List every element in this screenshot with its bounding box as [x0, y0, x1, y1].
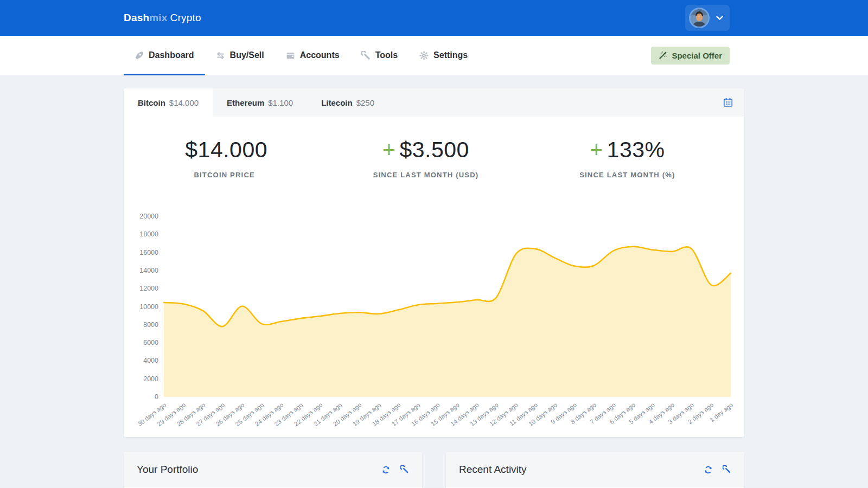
stat-label: SINCE LAST MONTH (%) [527, 171, 728, 179]
wrench-icon [723, 465, 731, 474]
nav-item-tools[interactable]: Tools [350, 36, 409, 75]
nav-item-label: Buy/Sell [230, 50, 264, 60]
chevron-down-icon [716, 16, 723, 21]
stat-change-usd: +$3.500 SINCE LAST MONTH (USD) [325, 137, 526, 179]
nav-item-accounts[interactable]: Accounts [275, 36, 350, 75]
nav-item-settings[interactable]: Settings [409, 36, 478, 75]
activity-panel: Recent Activity [446, 452, 744, 488]
stat-change-percent: +133% SINCE LAST MONTH (%) [527, 137, 728, 179]
coin-price: $250 [356, 98, 374, 107]
nav-item-dashboard[interactable]: Dashboard [124, 36, 205, 75]
top-header-bar: DashmixCrypto [0, 0, 868, 36]
svg-text:0: 0 [155, 393, 158, 401]
stat-value: $14.000 [185, 137, 267, 162]
refresh-button[interactable] [381, 465, 391, 474]
stats-row: $14.000 BITCOIN PRICE +$3.500 SINCE LAST… [124, 117, 744, 202]
svg-text:16000: 16000 [139, 249, 158, 256]
svg-text:14000: 14000 [139, 267, 158, 274]
crypto-overview-card: Bitcoin $14.000 Ethereum $1.100 Litecoin… [124, 88, 744, 437]
stat-prefix: + [382, 137, 395, 162]
nav-item-label: Dashboard [149, 50, 194, 60]
main-navigation: Dashboard Buy/Sell Accounts Tools Settin… [0, 36, 868, 75]
nav-item-buy-sell[interactable]: Buy/Sell [205, 36, 275, 75]
nav-item-label: Accounts [300, 50, 340, 60]
tab-ethereum[interactable]: Ethereum $1.100 [213, 88, 307, 117]
panel-title: Recent Activity [459, 464, 527, 476]
portfolio-panel-header: Your Portfolio [124, 452, 422, 487]
stat-value: 133% [607, 137, 665, 162]
wrench-icon [400, 465, 409, 474]
svg-text:20000: 20000 [139, 213, 158, 220]
coin-price: $1.100 [268, 98, 293, 107]
calendar-icon [723, 97, 733, 108]
brand-logo: DashmixCrypto [124, 12, 201, 24]
brand-light: mix [149, 12, 167, 23]
settings-button[interactable] [400, 465, 409, 474]
stat-prefix: + [590, 137, 603, 162]
svg-text:12000: 12000 [139, 285, 158, 292]
price-chart-area: 0200040006000800010000120001400016000180… [124, 202, 744, 437]
coin-price: $14.000 [169, 98, 199, 107]
nav-item-label: Settings [433, 50, 468, 60]
special-offer-button[interactable]: Special Offer [651, 47, 730, 65]
refresh-icon [704, 465, 713, 474]
exchange-icon [216, 51, 225, 60]
coin-tabs: Bitcoin $14.000 Ethereum $1.100 Litecoin… [124, 88, 744, 117]
coin-name: Ethereum [227, 98, 264, 107]
rocket-icon [135, 51, 144, 60]
stat-bitcoin-price: $14.000 BITCOIN PRICE [124, 137, 325, 179]
user-menu-button[interactable] [685, 5, 730, 31]
portfolio-panel: Your Portfolio [124, 452, 422, 488]
svg-text:8000: 8000 [143, 321, 158, 329]
wrench-icon [361, 51, 371, 60]
special-offer-label: Special Offer [672, 51, 722, 60]
wallet-icon [286, 51, 295, 60]
coin-name: Litecoin [321, 98, 353, 107]
svg-text:10000: 10000 [139, 303, 158, 311]
price-chart: 0200040006000800010000120001400016000180… [124, 202, 744, 437]
brand-bold: Dash [124, 12, 149, 23]
nav-item-label: Tools [375, 50, 398, 60]
gear-icon [419, 51, 429, 60]
refresh-button[interactable] [704, 465, 713, 474]
stat-label: BITCOIN PRICE [124, 171, 325, 179]
calendar-button[interactable] [723, 97, 733, 108]
user-avatar [689, 8, 710, 28]
svg-text:2000: 2000 [143, 375, 158, 383]
settings-button[interactable] [723, 465, 731, 474]
bottom-panels: Your Portfolio R [124, 452, 744, 488]
svg-text:4000: 4000 [143, 357, 158, 364]
refresh-icon [381, 465, 391, 474]
svg-text:18000: 18000 [139, 230, 158, 238]
svg-text:6000: 6000 [143, 339, 158, 346]
stat-label: SINCE LAST MONTH (USD) [325, 171, 526, 179]
coin-name: Bitcoin [138, 98, 165, 107]
activity-panel-header: Recent Activity [446, 452, 744, 487]
panel-title: Your Portfolio [137, 464, 198, 476]
magic-wand-icon [659, 51, 667, 60]
tab-bitcoin[interactable]: Bitcoin $14.000 [124, 88, 213, 117]
stat-value: $3.500 [400, 137, 469, 162]
tab-litecoin[interactable]: Litecoin $250 [307, 88, 388, 117]
brand-suffix: Crypto [170, 12, 201, 23]
